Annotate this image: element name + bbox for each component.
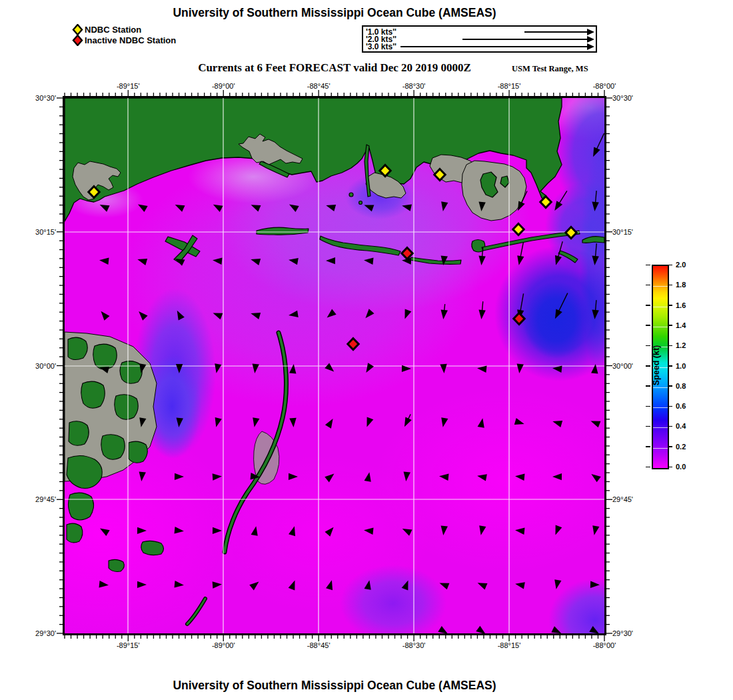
legend-row-inactive: Inactive NDBC Station bbox=[72, 35, 176, 45]
colorbar-tick bbox=[646, 406, 650, 407]
colorbar-tick-label: 0.2 bbox=[676, 442, 686, 451]
lat-tick-label-left: 30°00' bbox=[17, 361, 56, 371]
page-title: University of Southern Mississippi Ocean… bbox=[65, 6, 604, 20]
lon-tick-label-bottom: -88°45' bbox=[295, 641, 342, 650]
colorbar-tick bbox=[646, 345, 650, 347]
lon-tick-label-bottom: -89°15' bbox=[105, 641, 151, 650]
scale-arrowhead-2 bbox=[587, 36, 594, 43]
colorbar-title: Speed (kt) bbox=[652, 325, 661, 405]
colorbar-tick bbox=[646, 467, 650, 468]
colorbar-tick-label: 1.4 bbox=[676, 321, 686, 330]
colorbar-tick-label: 2.0 bbox=[676, 260, 686, 269]
colorbar-tick-label: 0.8 bbox=[676, 381, 686, 391]
lon-tick-label-top: -88°15' bbox=[486, 81, 532, 91]
scale-arrowhead-1 bbox=[587, 29, 594, 35]
colorbar-tick bbox=[646, 305, 650, 306]
lon-tick-label-bottom: -89°00' bbox=[200, 641, 247, 650]
lat-tick-label-right: 30°30' bbox=[612, 93, 651, 103]
colorbar-tick bbox=[646, 426, 650, 427]
colorbar-tick bbox=[646, 325, 650, 326]
colorbar-tick bbox=[668, 385, 672, 387]
colorbar-tick bbox=[668, 426, 672, 427]
lat-tick-label-right: 29°45' bbox=[612, 495, 651, 504]
scale-arrow-line-3 bbox=[400, 46, 588, 47]
islet-1 bbox=[349, 193, 353, 197]
colorbar-tick bbox=[646, 265, 650, 266]
ship-island bbox=[257, 227, 309, 235]
colorbar-tick bbox=[668, 305, 672, 306]
colorbar-tick-label: 1.0 bbox=[676, 361, 686, 371]
lat-tick-label-left: 30°15' bbox=[17, 227, 56, 237]
colorbar-division-line bbox=[653, 448, 668, 449]
colorbar-tick-label: 0.6 bbox=[676, 401, 686, 411]
colorbar-tick bbox=[646, 285, 650, 286]
station-legend: NDBC Station Inactive NDBC Station bbox=[72, 24, 176, 45]
colorbar-tick-label: 0.4 bbox=[676, 421, 686, 431]
map-canvas bbox=[65, 98, 604, 633]
scale-row-3: '3.0 kts'' bbox=[363, 43, 596, 51]
scale-arrow-line-2 bbox=[462, 39, 588, 40]
legend-label-active: NDBC Station bbox=[85, 25, 141, 35]
footer-title: University of Southern Mississippi Ocean… bbox=[65, 679, 604, 693]
colorbar-tick-label: 1.6 bbox=[676, 301, 686, 310]
lon-tick-label-top: -88°45' bbox=[295, 81, 342, 91]
velocity-scale-box: '1.0 kts'' '2.0 kts'' '3.0 kts'' bbox=[362, 25, 597, 53]
colorbar-tick bbox=[668, 467, 672, 468]
colorbar-tick-label: 1.8 bbox=[676, 280, 686, 289]
colorbar-division-line bbox=[653, 427, 668, 428]
colorbar-tick bbox=[668, 406, 672, 407]
colorbar-tick bbox=[646, 365, 650, 367]
colorbar-tick bbox=[668, 365, 672, 367]
lat-tick-label-left: 29°30' bbox=[17, 629, 56, 638]
lon-tick-label-bottom: -88°00' bbox=[581, 641, 628, 650]
legend-label-inactive: Inactive NDBC Station bbox=[85, 35, 176, 45]
lon-tick-label-bottom: -88°30' bbox=[390, 641, 437, 650]
lon-tick-label-top: -88°30' bbox=[390, 81, 437, 91]
lat-tick-label-left: 29°45' bbox=[17, 495, 56, 504]
colorbar-tick bbox=[668, 325, 672, 326]
active-station-diamond-icon bbox=[72, 24, 83, 35]
inactive-station-diamond-icon bbox=[72, 35, 83, 46]
region-label: USM Test Range, MS bbox=[512, 64, 605, 74]
scale-arrow-line-1 bbox=[524, 31, 588, 33]
colorbar-tick bbox=[668, 446, 672, 447]
colorbar-tick-label: 1.2 bbox=[676, 341, 686, 350]
lat-tick-label-right: 29°30' bbox=[612, 629, 651, 638]
colorbar-division-line bbox=[653, 286, 668, 287]
colorbar-tick-label: 0.0 bbox=[676, 462, 686, 471]
scale-label-3: '3.0 kts'' bbox=[366, 43, 396, 51]
colorbar-tick bbox=[668, 285, 672, 286]
lon-tick-label-top: -88°00' bbox=[581, 81, 628, 91]
colorbar-tick bbox=[646, 446, 650, 447]
current-forecast-map bbox=[63, 96, 606, 635]
lon-tick-label-top: -89°15' bbox=[105, 81, 151, 91]
colorbar-division-line bbox=[653, 307, 668, 307]
colorbar-tick bbox=[668, 345, 672, 347]
legend-row-active: NDBC Station bbox=[72, 24, 176, 35]
scale-arrowhead-3 bbox=[587, 43, 594, 50]
colorbar-tick bbox=[668, 265, 672, 266]
lat-tick-label-right: 30°15' bbox=[612, 227, 651, 237]
lon-tick-label-bottom: -88°15' bbox=[486, 641, 532, 650]
colorbar-division-line bbox=[653, 407, 668, 408]
islet-2 bbox=[359, 201, 363, 205]
lat-tick-label-left: 30°30' bbox=[17, 93, 56, 103]
lon-tick-label-top: -89°00' bbox=[200, 81, 247, 91]
forecast-plot-page: { "header": { "title": "University of So… bbox=[0, 0, 733, 700]
colorbar-tick bbox=[646, 385, 650, 387]
